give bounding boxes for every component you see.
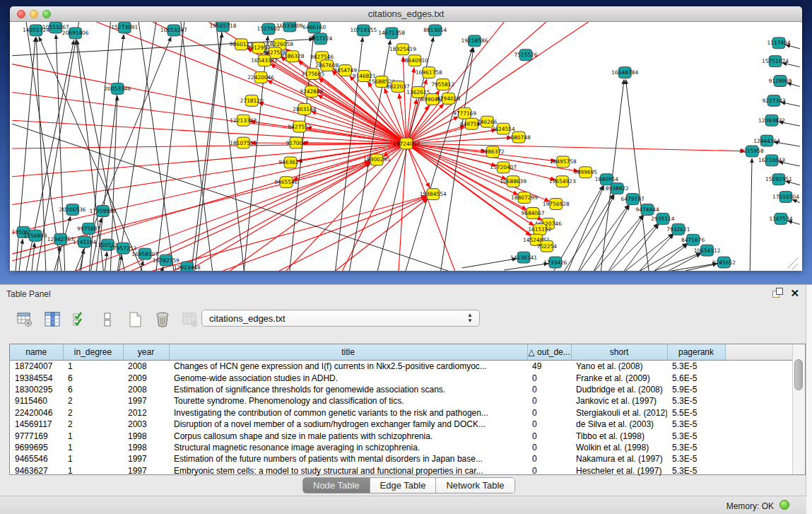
table-cell[interactable]: Hescheler et al. (1997) bbox=[571, 465, 667, 477]
table-cell[interactable]: 9465546 bbox=[10, 453, 63, 465]
graph-node[interactable]: 6466160 bbox=[302, 22, 326, 33]
table-cell[interactable]: Investigating the contribution of common… bbox=[169, 407, 527, 419]
table-cell[interactable]: Tibbo et al. (1998) bbox=[571, 430, 667, 441]
table-cell[interactable]: 18300295 bbox=[10, 384, 63, 395]
column-header-title[interactable]: title bbox=[169, 344, 527, 361]
table-cell[interactable]: 49 bbox=[527, 361, 571, 373]
table-cell[interactable]: Nakamura et al. (1997) bbox=[571, 453, 667, 465]
graph-node[interactable]: 14136141 bbox=[510, 252, 537, 263]
graph-node[interactable]: 9129969 bbox=[768, 76, 792, 87]
table-cell[interactable]: Wolkin et al. (1998) bbox=[571, 442, 667, 453]
table-cell[interactable] bbox=[725, 442, 793, 453]
graph-node[interactable]: 1733426 bbox=[543, 257, 567, 268]
graph-node[interactable]: 6479197 bbox=[621, 194, 645, 205]
select-all-icon[interactable] bbox=[71, 310, 89, 329]
graph-node[interactable]: 1167534 bbox=[769, 213, 792, 224]
table-panel-titlebar[interactable]: Table Panel ✕ bbox=[0, 285, 812, 303]
table-settings-icon[interactable] bbox=[16, 310, 34, 329]
graph-node[interactable]: 10688639 bbox=[500, 176, 526, 187]
table-cell[interactable]: de Silva et al. (2003) bbox=[571, 419, 667, 430]
table-cell[interactable] bbox=[725, 407, 793, 419]
graph-node[interactable]: 15720407 bbox=[490, 162, 517, 173]
graph-node[interactable]: 12093832 bbox=[758, 115, 785, 126]
table-cell[interactable]: 2 bbox=[63, 419, 123, 430]
tab-edge-table[interactable]: Edge Table bbox=[370, 478, 437, 493]
table-cell[interactable] bbox=[725, 361, 793, 373]
graph-node[interactable]: 9899695 bbox=[574, 167, 597, 178]
table-cell[interactable]: Estimation of significance thresholds fo… bbox=[169, 384, 527, 395]
table-cell[interactable]: 0 bbox=[527, 430, 571, 441]
table-cell[interactable]: 9463627 bbox=[10, 465, 63, 477]
delete-table-icon[interactable] bbox=[181, 310, 199, 329]
table-cell[interactable]: Genome-wide association studies in ADHD. bbox=[169, 372, 527, 383]
table-cell[interactable]: 5.3E-5 bbox=[667, 430, 725, 441]
table-cell[interactable]: 1998 bbox=[123, 442, 169, 453]
table-cell[interactable]: 19384554 bbox=[10, 372, 63, 383]
table-scrollbar-thumb[interactable] bbox=[794, 359, 803, 390]
table-cell[interactable]: 9777169 bbox=[10, 430, 63, 441]
table-cell[interactable] bbox=[725, 384, 793, 395]
tab-network-table[interactable]: Network Table bbox=[436, 478, 514, 493]
table-cell[interactable]: 5.3E-5 bbox=[667, 361, 725, 373]
table-cell[interactable]: 6 bbox=[63, 372, 123, 383]
table-cell[interactable]: 5.6E-5 bbox=[667, 372, 725, 383]
table-cell[interactable] bbox=[725, 395, 793, 407]
graph-node[interactable]: 19218586 bbox=[461, 35, 488, 47]
graph-node[interactable]: 8813054 bbox=[423, 25, 447, 36]
table-cell[interactable]: Corpus callosum shape and size in male p… bbox=[169, 430, 527, 441]
graph-node[interactable]: 16648784 bbox=[611, 67, 638, 78]
graph-node[interactable]: 8471676 bbox=[681, 234, 705, 245]
table-cell[interactable]: 0 bbox=[527, 372, 571, 383]
table-cell[interactable]: 2009 bbox=[123, 372, 169, 383]
graph-node[interactable]: 9245652 bbox=[712, 257, 736, 268]
table-cell[interactable]: 1997 bbox=[123, 395, 169, 407]
graph-node[interactable]: 7932621 bbox=[666, 223, 690, 235]
graph-node[interactable]: 20053346 bbox=[104, 83, 131, 95]
table-cell[interactable]: 6 bbox=[63, 384, 123, 395]
delete-attribute-icon[interactable] bbox=[153, 310, 172, 329]
table-cell[interactable]: 9699695 bbox=[10, 442, 63, 453]
float-panel-icon[interactable] bbox=[772, 288, 783, 298]
table-cell[interactable]: 5.3E-5 bbox=[667, 442, 725, 453]
table-cell[interactable]: 2008 bbox=[123, 384, 169, 395]
column-header-out_de[interactable]: △ out_de... bbox=[527, 344, 571, 361]
table-cell[interactable] bbox=[725, 453, 793, 465]
graph-node[interactable]: 9474444 bbox=[635, 204, 659, 216]
table-cell[interactable]: 9115460 bbox=[10, 395, 63, 407]
table-row[interactable]: 1938455462009Genome-wide association stu… bbox=[10, 372, 793, 383]
column-header-pagerank[interactable]: pagerank bbox=[667, 344, 725, 361]
table-cell[interactable]: 5.3E-5 bbox=[667, 419, 725, 430]
graph-node[interactable]: 9684067 bbox=[521, 208, 544, 219]
graph-node[interactable]: 18107554 bbox=[230, 137, 257, 148]
table-cell[interactable]: 5.3E-5 bbox=[667, 453, 725, 465]
column-header-in_degree[interactable]: in_degree bbox=[63, 344, 123, 361]
table-cell[interactable]: 1998 bbox=[123, 430, 169, 441]
graph-node[interactable]: 1117404 bbox=[767, 37, 790, 49]
graph-node[interactable]: 19654923 bbox=[549, 176, 576, 187]
graph-node[interactable]: 16033809 bbox=[276, 22, 303, 32]
window-titlebar[interactable]: citations_edges.txt bbox=[10, 6, 802, 22]
table-cell[interactable]: 5.9E-5 bbox=[667, 384, 725, 395]
column-header-short[interactable]: short bbox=[571, 344, 667, 361]
network-graph[interactable]: 1872400718300295193845549860123891295418… bbox=[10, 22, 802, 271]
table-cell[interactable]: 0 bbox=[527, 395, 571, 407]
table-cell[interactable]: 0 bbox=[527, 465, 571, 477]
graph-node[interactable]: 6794028 bbox=[437, 93, 460, 104]
show-column-icon[interactable] bbox=[43, 310, 61, 329]
graph-node[interactable]: 17359928 bbox=[90, 206, 117, 217]
graph-node[interactable]: 8215958 bbox=[741, 146, 764, 157]
table-cell[interactable]: 2 bbox=[63, 407, 123, 419]
table-cell[interactable] bbox=[725, 465, 793, 477]
graph-node[interactable]: 9227343 bbox=[762, 95, 785, 106]
table-cell[interactable]: Dudbridge et al. (2008) bbox=[571, 384, 667, 395]
table-cell[interactable]: Yano et al. (2008) bbox=[571, 361, 667, 373]
table-cell[interactable]: Jankovic et al. (1997) bbox=[571, 395, 667, 407]
table-cell[interactable]: 0 bbox=[527, 453, 571, 465]
graph-node[interactable]: 2718120 bbox=[240, 95, 264, 106]
graph-node[interactable]: 12444164 bbox=[753, 135, 780, 146]
graph-node[interactable]: 18495758 bbox=[550, 156, 577, 168]
graph-node[interactable]: 20206536 bbox=[59, 204, 86, 216]
graph-node[interactable]: 15273091 bbox=[111, 22, 138, 33]
table-cell[interactable]: 22420046 bbox=[10, 407, 63, 419]
graph-node[interactable]: 1145194 bbox=[73, 236, 96, 247]
